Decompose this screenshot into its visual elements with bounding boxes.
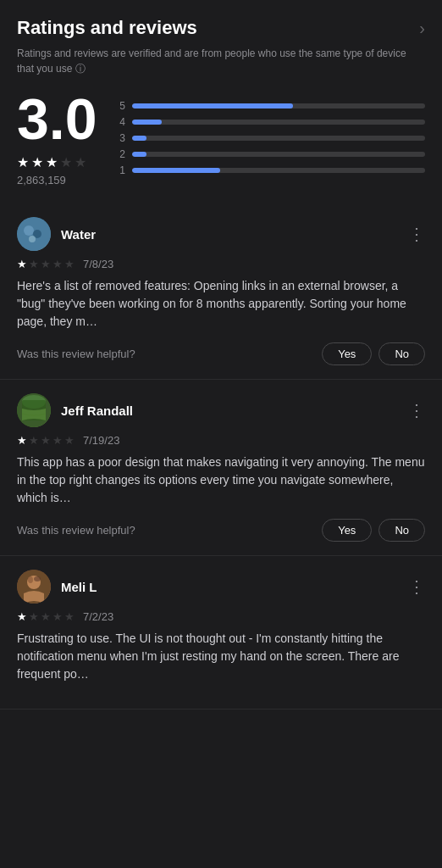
helpful-buttons-jeff: Yes No: [322, 519, 425, 542]
reviewer-info-jeff: Jeff Randall: [17, 393, 133, 427]
bar-track-5: [132, 103, 425, 108]
bar-fill-3: [132, 136, 146, 141]
no-button-jeff[interactable]: No: [378, 519, 425, 542]
rstar-j-1: ★: [17, 434, 27, 447]
star-5: ★: [75, 154, 86, 170]
reviewer-name-water: Water: [61, 227, 96, 242]
review-meta-jeff: ★ ★ ★ ★ ★ 7/19/23: [17, 434, 425, 447]
review-text-meli: Frustrating to use. The UI is not though…: [17, 630, 425, 683]
review-stars-water: ★ ★ ★ ★ ★: [17, 258, 75, 270]
bar-row-5: 5: [119, 100, 425, 112]
reviewer-name-meli: Meli L: [61, 580, 97, 594]
rstar-w-3: ★: [41, 258, 51, 270]
bar-track-4: [132, 120, 425, 125]
bar-fill-2: [132, 152, 146, 157]
rstar-j-2: ★: [29, 434, 39, 447]
bar-row-4: 4: [119, 116, 425, 128]
review-date-water: 7/8/23: [83, 258, 113, 270]
helpful-row-water: Was this review helpful? Yes No: [17, 342, 425, 365]
review-card-water: Water ⋮ ★ ★ ★ ★ ★ 7/8/23 Here's a list o…: [0, 203, 442, 380]
review-card-meli: Meli L ⋮ ★ ★ ★ ★ ★ 7/2/23 Frustrating to…: [0, 556, 442, 709]
review-count: 2,863,159: [17, 174, 66, 186]
reviewer-name-jeff: Jeff Randall: [61, 403, 133, 418]
bar-row-2: 2: [119, 148, 425, 160]
svg-point-10: [34, 576, 41, 581]
rstar-w-5: ★: [64, 258, 75, 270]
review-date-jeff: 7/19/23: [83, 434, 119, 447]
rstar-m-1: ★: [17, 610, 27, 623]
big-score: 3.0: [17, 90, 97, 147]
svg-point-1: [24, 225, 34, 236]
rstar-m-3: ★: [41, 610, 51, 623]
review-header-meli: Meli L ⋮: [17, 570, 425, 604]
bar-row-1: 1: [119, 164, 425, 176]
svg-point-3: [29, 236, 36, 242]
bar-label-1: 1: [119, 164, 125, 176]
verified-note: Ratings and reviews are verified and are…: [0, 46, 442, 90]
bar-label-4: 4: [119, 116, 125, 128]
helpful-row-jeff: Was this review helpful? Yes No: [17, 519, 425, 542]
bar-fill-1: [132, 168, 220, 173]
star-2: ★: [31, 154, 43, 170]
bar-label-3: 3: [119, 132, 125, 144]
rstar-w-1: ★: [17, 258, 27, 270]
review-header-jeff: Jeff Randall ⋮: [17, 393, 425, 427]
bar-label-2: 2: [119, 148, 125, 160]
avatar-jeff: [17, 393, 51, 427]
svg-point-9: [28, 576, 33, 583]
rstar-j-4: ★: [52, 434, 63, 447]
rstar-m-2: ★: [29, 610, 39, 623]
star-1: ★: [17, 154, 29, 170]
review-header-water: Water ⋮: [17, 217, 425, 251]
bar-track-2: [132, 152, 425, 157]
rating-bars: 5 4 3 2 1: [119, 100, 425, 176]
big-rating: 3.0 ★ ★ ★ ★ ★ 2,863,159: [17, 90, 102, 186]
review-date-meli: 7/2/23: [83, 610, 113, 623]
helpful-label-water: Was this review helpful?: [17, 348, 135, 360]
review-card-jeff: Jeff Randall ⋮ ★ ★ ★ ★ ★ 7/19/23 This ap…: [0, 380, 442, 556]
review-text-water: Here's a list of removed features: Openi…: [17, 277, 425, 331]
overview-stars: ★ ★ ★ ★ ★: [17, 154, 86, 170]
bar-track-3: [132, 136, 425, 141]
section-header: Ratings and reviews ›: [0, 0, 442, 46]
bar-fill-4: [132, 120, 162, 125]
review-stars-jeff: ★ ★ ★ ★ ★: [17, 434, 75, 447]
arrow-icon[interactable]: ›: [419, 19, 425, 38]
more-options-jeff[interactable]: ⋮: [408, 400, 425, 420]
yes-button-jeff[interactable]: Yes: [322, 519, 372, 542]
rstar-m-4: ★: [52, 610, 63, 623]
helpful-buttons-water: Yes No: [322, 342, 425, 365]
bar-row-3: 3: [119, 132, 425, 144]
star-3: ★: [46, 154, 58, 170]
rstar-w-4: ★: [52, 258, 63, 270]
section-title: Ratings and reviews: [17, 17, 197, 39]
avatar-meli: [17, 570, 51, 604]
avatar-water: [17, 217, 51, 251]
bar-fill-5: [132, 103, 293, 108]
rating-overview: 3.0 ★ ★ ★ ★ ★ 2,863,159 5 4 3: [0, 90, 442, 203]
reviewer-info-meli: Meli L: [17, 570, 97, 604]
rstar-j-5: ★: [64, 434, 75, 447]
more-options-water[interactable]: ⋮: [408, 224, 425, 244]
review-meta-water: ★ ★ ★ ★ ★ 7/8/23: [17, 258, 425, 270]
more-options-meli[interactable]: ⋮: [408, 576, 425, 597]
helpful-label-jeff: Was this review helpful?: [17, 524, 135, 537]
reviewer-info-water: Water: [17, 217, 96, 251]
review-stars-meli: ★ ★ ★ ★ ★: [17, 610, 75, 623]
no-button-water[interactable]: No: [378, 342, 425, 365]
rstar-j-3: ★: [41, 434, 51, 447]
bar-track-1: [132, 168, 425, 173]
rstar-w-2: ★: [29, 258, 39, 270]
star-4: ★: [60, 154, 72, 170]
bar-label-5: 5: [119, 100, 125, 112]
rstar-m-5: ★: [64, 610, 75, 623]
yes-button-water[interactable]: Yes: [322, 342, 372, 365]
review-text-jeff: This app has a poor design that makes na…: [17, 453, 425, 507]
review-meta-meli: ★ ★ ★ ★ ★ 7/2/23: [17, 610, 425, 623]
